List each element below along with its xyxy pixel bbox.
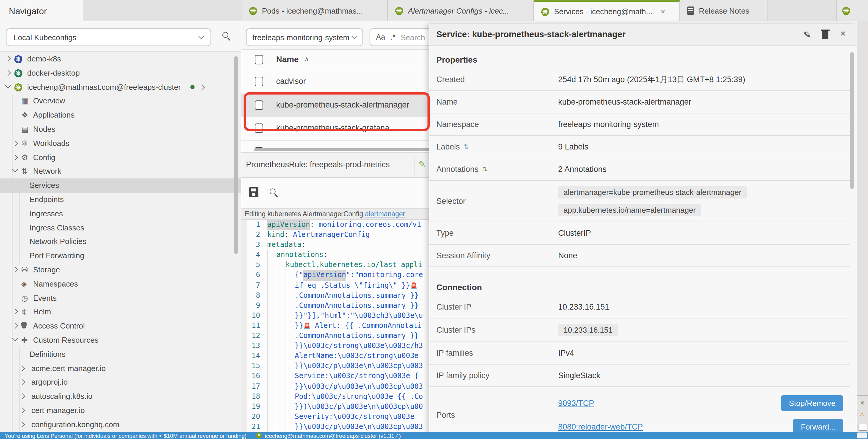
alertmanager-link[interactable]: alertmanager — [365, 210, 405, 217]
sidebar-item-label: Access Control — [33, 322, 85, 330]
search-icon[interactable] — [222, 32, 228, 38]
sidebar-item-cert-manager-io[interactable]: cert-manager.io — [0, 404, 241, 418]
edit-icon[interactable]: ✎ — [804, 30, 811, 40]
sidebar-item-label: Custom Resources — [33, 336, 98, 344]
chevron-right-icon[interactable] — [12, 309, 18, 315]
active-cluster-status[interactable]: icecheng@mathmast.com@freeleaps-cluster … — [256, 432, 401, 439]
sidebar-item-label: Applications — [33, 110, 74, 120]
tab-close-icon[interactable]: × — [661, 7, 665, 16]
sidebar-item-docker-desktop[interactable]: docker-desktop — [0, 66, 241, 80]
sidebar-item-helm[interactable]: ⎈Helm — [0, 305, 241, 319]
code-token: }}\u003c/p\u003e\n\u003cp\u003 — [295, 422, 423, 432]
kubeconfig-select[interactable]: Local Kubeconfigs — [6, 28, 211, 46]
sidebar-item-applications[interactable]: ❖Applications — [0, 108, 241, 122]
sidebar-item-definitions[interactable]: Definitions — [0, 347, 241, 362]
chevron-right-icon[interactable] — [19, 365, 25, 371]
row-value: None — [558, 251, 578, 260]
warning-icon: ⚠ — [859, 411, 865, 419]
tab-services-icecheng-math[interactable]: Services - icecheng@math...× — [534, 0, 680, 21]
code-token: Pod:\u003c/strong\u003e {{ .Co — [295, 392, 423, 402]
row-value: 2 Annotations — [558, 165, 607, 174]
detail-row-type: TypeClusterIP — [429, 222, 850, 245]
close-icon[interactable]: × — [840, 28, 846, 39]
chevron-right-icon[interactable] — [12, 323, 18, 329]
chevron-right-icon[interactable] — [12, 154, 18, 160]
panel-scrollbar[interactable] — [850, 52, 854, 189]
sort-icon[interactable]: ⇅ — [482, 165, 488, 173]
search-icon[interactable] — [270, 189, 276, 194]
chevron-down-icon[interactable] — [5, 82, 11, 88]
chevron-down-icon[interactable] — [12, 167, 18, 172]
sidebar-item-icecheng-mathmast-com-freeleaps-cluster[interactable]: icecheng@mathmast.com@freeleaps-cluster — [0, 80, 241, 94]
sidebar-item-services[interactable]: Services — [0, 178, 241, 193]
sidebar-item-acme-cert-manager-io[interactable]: acme.cert-manager.io — [0, 361, 241, 375]
service-name: cadvisor — [276, 77, 306, 86]
sidebar-item-label: autoscaling.k8s.io — [31, 392, 93, 401]
chevron-right-icon[interactable] — [19, 407, 25, 413]
section-heading-connection: Connection — [429, 267, 850, 296]
sidebar-item-configuration-konghq-com[interactable]: configuration.konghq.com — [0, 418, 241, 432]
edge-field[interactable] — [859, 424, 867, 431]
sidebar-item-config[interactable]: ⚙Config — [0, 150, 241, 165]
match-case-icon[interactable]: Aa — [376, 33, 385, 41]
sidebar-item-argoproj-io[interactable]: argoproj.io — [0, 375, 241, 390]
delete-icon[interactable] — [822, 31, 828, 39]
sidebar-item-overview[interactable]: ▦Overview — [0, 94, 241, 108]
select-all-checkbox[interactable] — [255, 55, 263, 64]
sidebar-item-storage[interactable]: ⛁Storage — [0, 263, 241, 277]
chevron-right-icon[interactable] — [19, 379, 25, 385]
detail-panel-header: Service: kube-prometheus-stack-alertmana… — [429, 24, 857, 46]
detail-row-cluster-ip: Cluster IP10.233.16.151 — [429, 296, 850, 318]
chevron-right-icon[interactable] — [199, 84, 205, 90]
sidebar-item-demo-k8s[interactable]: demo-k8s — [0, 52, 241, 66]
chevron-right-icon[interactable] — [19, 393, 25, 399]
chevron-right-icon[interactable] — [5, 70, 11, 76]
sidebar-item-network[interactable]: ⇅Network — [0, 165, 241, 179]
namespace-link[interactable]: freeleaps-monitoring-system — [558, 120, 659, 129]
sidebar-item-namespaces[interactable]: ◈Namespaces — [0, 277, 241, 291]
chevron-right-icon[interactable] — [12, 140, 18, 146]
sidebar-item-workloads[interactable]: ⚛Workloads — [0, 136, 241, 151]
sidebar-item-custom-resources[interactable]: ✚Custom Resources — [0, 333, 241, 347]
regex-icon[interactable]: .* — [391, 33, 396, 41]
sidebar-item-nodes[interactable]: ▤Nodes — [0, 122, 241, 136]
chevron-right-icon[interactable] — [12, 267, 18, 273]
tab-pods-icecheng-mathmas[interactable]: Pods - icecheng@mathmas... — [242, 0, 388, 21]
sidebar-item-autoscaling-k8s-io[interactable]: autoscaling.k8s.io — [0, 390, 241, 404]
sidebar-item-endpoints[interactable]: Endpoints — [0, 193, 241, 207]
sidebar-item-port-forwarding[interactable]: Port Forwarding — [0, 249, 241, 263]
navigator-tab[interactable]: Navigator — [0, 0, 83, 21]
close-icon[interactable]: × — [860, 399, 864, 407]
sidebar-item-ingresses[interactable]: Ingresses — [0, 207, 241, 221]
sidebar-item-ingress-classes[interactable]: Ingress Classes — [0, 221, 241, 235]
edit-icon[interactable]: ✎ — [418, 160, 426, 169]
tab-release-notes[interactable]: Release Notes — [680, 0, 768, 21]
chevron-right-icon[interactable] — [5, 56, 11, 62]
sidebar-item-network-policies[interactable]: Network Policies — [0, 235, 241, 249]
row-label: IP family policy — [436, 371, 490, 380]
chevron-down-icon[interactable] — [12, 335, 18, 341]
sort-asc-icon[interactable]: ∧ — [305, 56, 309, 62]
sort-icon[interactable]: ⇅ — [464, 143, 469, 151]
tab-alertmanager-configs-icec[interactable]: Alertmanager Configs - icec... — [388, 0, 534, 21]
sidebar-item-access-control[interactable]: Access Control — [0, 319, 241, 333]
chevron-right-icon[interactable] — [19, 421, 25, 428]
port-link-9093-tcp[interactable]: 9093/TCP — [558, 399, 594, 408]
port-link-8080-reloader-web-tcp[interactable]: 8080:reloader-web/TCP — [558, 423, 643, 431]
prometheusrule-title: PrometheusRule: freepeals-prod-metrics — [246, 160, 390, 169]
document-icon — [687, 6, 694, 15]
sidebar-item-events[interactable]: ◷Events — [0, 291, 241, 305]
namespace-select[interactable]: freeleaps-monitoring-system — [246, 28, 363, 46]
horizontal-scrollbar[interactable] — [254, 148, 455, 151]
sidebar-item-label: icecheng@mathmast.com@freeleaps-cluster — [27, 82, 181, 91]
stop-remove-button[interactable]: Stop/Remove — [781, 395, 843, 411]
save-icon[interactable] — [249, 187, 258, 197]
storage-icon: ⛁ — [21, 265, 28, 274]
chevron-down-icon — [198, 33, 204, 39]
sidebar-scrollbar[interactable] — [234, 56, 238, 254]
row-checkbox[interactable] — [255, 77, 263, 86]
overflow-tab[interactable] — [836, 0, 868, 21]
code-token: : — [284, 230, 293, 240]
name-column-header[interactable]: Name — [276, 54, 299, 64]
row-value: kube-prometheus-stack-alertmanager — [558, 98, 691, 106]
